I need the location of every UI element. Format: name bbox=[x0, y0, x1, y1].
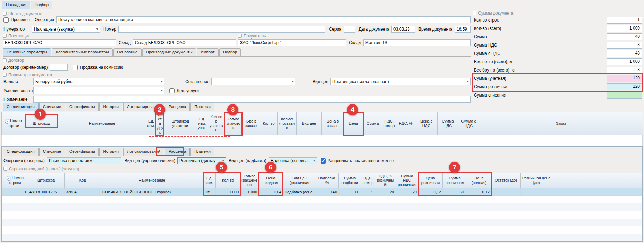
tab-pricing[interactable]: Расценка bbox=[165, 148, 190, 156]
tab-basis[interactable]: Основание bbox=[113, 48, 142, 56]
tab-main-params[interactable]: Основные параметры bbox=[3, 48, 51, 56]
sum-value[interactable]: 1 bbox=[607, 17, 642, 24]
collapse-icon[interactable]: − bbox=[3, 12, 7, 16]
contract-input[interactable] bbox=[50, 64, 68, 71]
cell-code[interactable]: 32864 bbox=[65, 188, 101, 196]
col-name[interactable]: Наименование bbox=[58, 112, 146, 135]
col-markup-pct[interactable]: Надбавка,% bbox=[316, 173, 339, 188]
col-unit[interactable]: Ед. изм. bbox=[203, 173, 216, 188]
series-input[interactable] bbox=[344, 26, 355, 33]
collapse-icon[interactable]: − bbox=[238, 34, 242, 38]
sum-value[interactable]: 8 bbox=[607, 67, 642, 74]
col-vat-no[interactable]: НДС, номер bbox=[382, 112, 396, 135]
col-qty[interactable]: Кол-во bbox=[216, 173, 240, 188]
tab-selection[interactable]: Подбор bbox=[31, 1, 53, 9]
sum-value[interactable] bbox=[607, 92, 642, 99]
cell-vat-retail-sum[interactable]: 20 bbox=[396, 188, 418, 196]
tab-payments[interactable]: Платежи bbox=[190, 148, 214, 156]
col-unit[interactable]: Ед. изм. bbox=[146, 112, 156, 135]
cell-qty[interactable]: 1 000 bbox=[216, 188, 240, 196]
col-price-with-vat[interactable]: Цена с НДС bbox=[415, 112, 438, 135]
col-pack-barcode[interactable]: Штрихкод упаковки bbox=[164, 112, 196, 135]
cell-full-price[interactable]: 0,12 bbox=[467, 188, 491, 196]
tab-pricing[interactable]: Расценка bbox=[165, 103, 190, 111]
tab-certificates[interactable]: Сертификаты bbox=[66, 103, 99, 111]
tab-extra-params[interactable]: Дополнительные параметры bbox=[52, 48, 113, 56]
reprice-checkbox[interactable] bbox=[321, 158, 326, 164]
agreement-input[interactable] bbox=[211, 78, 295, 85]
col-input-price[interactable]: Цена входная bbox=[259, 173, 283, 188]
cell-vat-retail-pct[interactable]: 20 bbox=[375, 188, 396, 196]
cell-barcode[interactable]: 4811810001295 bbox=[28, 188, 65, 196]
col-barcode[interactable]: Штрихкод bbox=[28, 173, 65, 188]
col-qty-delivered[interactable]: Кол-во (поставле bbox=[278, 112, 297, 135]
collapse-icon[interactable]: − bbox=[3, 73, 7, 77]
cell-vat-no[interactable]: 5 bbox=[361, 188, 375, 196]
sum-value[interactable]: 120 bbox=[607, 75, 642, 82]
cell-markup-pct[interactable]: 140 bbox=[316, 188, 339, 196]
col-retail-price-type[interactable]: Вид цен (розничная bbox=[283, 173, 316, 188]
proveden-checkbox[interactable] bbox=[3, 17, 9, 23]
collapse-icon[interactable]: − bbox=[3, 167, 7, 171]
cell-line-no[interactable]: 1 bbox=[2, 188, 28, 196]
time-input[interactable]: 16:59 bbox=[455, 26, 471, 33]
col-code[interactable]: Код bbox=[65, 173, 101, 188]
sum-value[interactable]: 8 bbox=[607, 42, 642, 49]
col-qty[interactable]: Кол-во bbox=[260, 112, 278, 135]
col-pack-unit[interactable]: Ед. изм. упак. bbox=[196, 112, 208, 135]
cell-unit[interactable]: шт bbox=[203, 188, 216, 196]
tab-import[interactable]: Импорт bbox=[197, 48, 218, 56]
price-type-input[interactable]: Поставщика (согласованная) bbox=[330, 78, 471, 85]
tab-writeoff[interactable]: Списание bbox=[39, 148, 65, 156]
tab-specification[interactable]: Спецификация bbox=[3, 103, 39, 111]
extra-services-checkbox[interactable] bbox=[169, 88, 175, 93]
number-input[interactable] bbox=[118, 26, 325, 33]
markup-price-input[interactable]: Надбавка (основна bbox=[269, 157, 317, 164]
col-vat-pct[interactable]: НДС, % bbox=[396, 112, 415, 135]
cell-input-price[interactable]: 0,04 bbox=[259, 188, 283, 196]
tab-derived-docs[interactable]: Производные документы bbox=[142, 48, 196, 56]
buyer-name-input[interactable]: ЗАО "ЛюксСофтТорг" bbox=[238, 39, 346, 46]
col-vat-retail-sum[interactable]: Сумма НДС розничная bbox=[396, 173, 418, 188]
tab-payments[interactable]: Платежи bbox=[190, 103, 214, 111]
buyer-warehouse-input[interactable]: Магазин 13 bbox=[363, 39, 471, 46]
commission-checkbox[interactable] bbox=[73, 65, 78, 70]
col-vat-no[interactable]: НДС, номер bbox=[361, 173, 375, 188]
tab-history[interactable]: История bbox=[99, 148, 122, 156]
cell-qty-priced[interactable]: 1 000 bbox=[240, 188, 259, 196]
col-qty-ordered[interactable]: К-во в заказе bbox=[242, 112, 260, 135]
sum-value[interactable]: 1 000 bbox=[607, 58, 642, 65]
note-input[interactable] bbox=[33, 96, 471, 103]
tab-history[interactable]: История bbox=[99, 103, 122, 111]
sort-icon[interactable]: ▲ bbox=[5, 119, 9, 124]
col-line-no[interactable]: ▲Номер строки bbox=[2, 112, 25, 135]
sum-value[interactable]: 48 bbox=[607, 50, 642, 57]
col-sum[interactable]: Сумма bbox=[363, 112, 382, 135]
collapse-icon[interactable]: − bbox=[3, 58, 7, 62]
tab-specification[interactable]: Спецификация bbox=[3, 148, 39, 156]
col-qty-in-pack[interactable]: Кол-во в упаковке bbox=[208, 112, 225, 135]
sum-value[interactable]: 1 000 bbox=[607, 25, 642, 32]
tab-invoice[interactable]: Накладная bbox=[2, 1, 30, 9]
col-filler[interactable] bbox=[552, 173, 642, 188]
cell-retail-sum[interactable]: 120 bbox=[443, 188, 467, 196]
col-balance-before[interactable]: Остаток (до) bbox=[491, 173, 521, 188]
tab-scan-log[interactable]: Лог сканирований bbox=[123, 148, 164, 156]
operation-input[interactable]: Поступление в магазин от поставщика bbox=[56, 16, 471, 23]
date-input[interactable]: 03.03.23 bbox=[391, 26, 415, 33]
pricing-operation-input[interactable]: Расценка при поставке bbox=[47, 157, 121, 164]
sum-value[interactable]: 120 bbox=[607, 83, 642, 90]
col-retail-price-before[interactable]: Розничная цена (до) bbox=[521, 173, 552, 188]
numerator-input[interactable]: Накладные (закупка) bbox=[32, 26, 100, 33]
col-qty-priced[interactable]: Кол-во (расценено bbox=[240, 173, 259, 188]
sort-icon[interactable]: ▲ bbox=[7, 176, 11, 181]
cell-markup-sum[interactable]: 60 bbox=[339, 188, 361, 196]
col-full-price[interactable]: Цена (полная) bbox=[467, 173, 491, 188]
col-vat-retail-pct[interactable]: НДС, % розничный bbox=[375, 173, 396, 188]
cell-retail-price-type[interactable]: Надбавка (осно bbox=[283, 188, 316, 196]
supplier-name-input[interactable]: БЕЛХОЗТОРГ ОАО bbox=[3, 39, 116, 46]
col-name[interactable]: Наименование bbox=[101, 173, 203, 188]
col-vat-sum[interactable]: Сумма НДС bbox=[438, 112, 458, 135]
supplier-warehouse-input[interactable]: Склад БЕЛХОЗТОРГ ОАО bbox=[133, 39, 236, 46]
cell-filler[interactable] bbox=[552, 188, 642, 196]
